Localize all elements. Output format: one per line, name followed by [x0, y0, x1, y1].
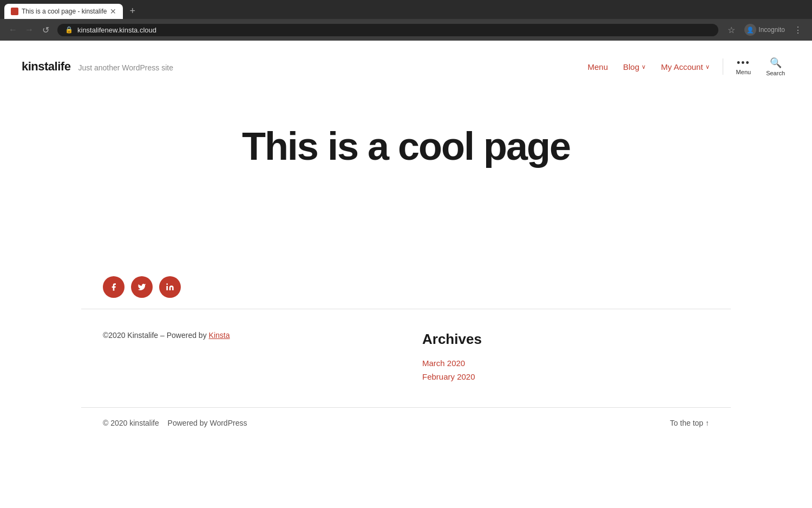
footer-left: ©2020 Kinstalife – Powered by Kinsta — [103, 331, 390, 386]
logo-area: kinstalife Just another WordPress site — [22, 60, 173, 74]
nav-buttons: ← → ↺ — [6, 23, 52, 36]
page-title: This is a cool page — [103, 125, 709, 168]
tab-bar: This is a cool page - kinstalife ✕ + — [0, 0, 812, 19]
footer-right: Archives March 2020 February 2020 — [422, 331, 709, 386]
archive-march-2020[interactable]: March 2020 — [422, 359, 709, 368]
site-logo: kinstalife — [22, 60, 70, 74]
my-account-nav-link[interactable]: My Account ∨ — [656, 59, 715, 75]
bookmark-button[interactable]: ☆ — [724, 22, 739, 37]
to-top-button[interactable]: To the top ↑ — [670, 419, 709, 427]
facebook-icon-button[interactable] — [103, 276, 125, 298]
nav-divider — [723, 58, 723, 75]
site-header: kinstalife Just another WordPress site M… — [0, 41, 812, 93]
search-button[interactable]: 🔍 Search — [761, 54, 790, 80]
bottom-copyright: © 2020 kinstalife — [103, 419, 159, 427]
browser-menu-button[interactable]: ⋮ — [790, 22, 806, 37]
forward-button[interactable]: → — [23, 23, 36, 36]
address-input[interactable]: 🔒 kinstalifenew.kinsta.cloud — [57, 24, 718, 36]
kinsta-link[interactable]: Kinsta — [209, 331, 230, 340]
svg-point-0 — [166, 284, 168, 285]
powered-by-wordpress: Powered by WordPress — [168, 419, 247, 427]
my-account-chevron-icon: ∨ — [705, 63, 710, 70]
address-bar: ← → ↺ 🔒 kinstalifenew.kinsta.cloud ☆ 👤 I… — [0, 19, 812, 41]
twitter-icon-button[interactable] — [131, 276, 153, 298]
tab-favicon — [11, 8, 18, 15]
incognito-label: Incognito — [758, 26, 785, 34]
new-tab-button[interactable]: + — [125, 3, 140, 19]
more-label: Menu — [736, 69, 751, 75]
site-main: This is a cool page — [81, 93, 731, 276]
url-text: kinstalifenew.kinsta.cloud — [77, 26, 711, 34]
menu-nav-link[interactable]: Menu — [582, 59, 614, 75]
incognito-icon: 👤 — [744, 24, 756, 36]
browser-chrome: This is a cool page - kinstalife ✕ + ← →… — [0, 0, 812, 41]
reload-button[interactable]: ↺ — [39, 23, 52, 36]
site-nav: Menu Blog ∨ My Account ∨ ••• Menu 🔍 Sear… — [582, 54, 791, 80]
tab-close-button[interactable]: ✕ — [110, 7, 116, 16]
archives-title: Archives — [422, 331, 709, 348]
site-tagline: Just another WordPress site — [78, 63, 173, 72]
linkedin-icon-button[interactable] — [159, 276, 181, 298]
incognito-avatar[interactable]: 👤 Incognito — [744, 24, 785, 36]
more-menu-button[interactable]: ••• Menu — [731, 55, 757, 79]
archive-february-2020[interactable]: February 2020 — [422, 372, 709, 381]
more-dots-icon: ••• — [737, 58, 750, 68]
blog-chevron-icon: ∨ — [641, 63, 646, 70]
footer-widgets: ©2020 Kinstalife – Powered by Kinsta Arc… — [81, 309, 731, 407]
back-button[interactable]: ← — [6, 23, 19, 36]
tab-title: This is a cool page - kinstalife — [22, 8, 107, 15]
lock-icon: 🔒 — [65, 26, 73, 34]
active-tab[interactable]: This is a cool page - kinstalife ✕ — [4, 4, 123, 19]
footer-copyright: ©2020 Kinstalife – Powered by Kinsta — [103, 331, 390, 340]
footer-social — [81, 276, 731, 298]
social-icons-group — [103, 276, 709, 298]
bottom-footer-left: © 2020 kinstalife Powered by WordPress — [103, 419, 253, 427]
browser-right-icons: ☆ 👤 Incognito ⋮ — [724, 22, 806, 37]
bottom-footer: © 2020 kinstalife Powered by WordPress T… — [81, 408, 731, 438]
search-label: Search — [766, 70, 785, 76]
blog-nav-link[interactable]: Blog ∨ — [618, 59, 651, 75]
site-wrapper: kinstalife Just another WordPress site M… — [0, 41, 812, 505]
search-icon: 🔍 — [770, 57, 782, 69]
